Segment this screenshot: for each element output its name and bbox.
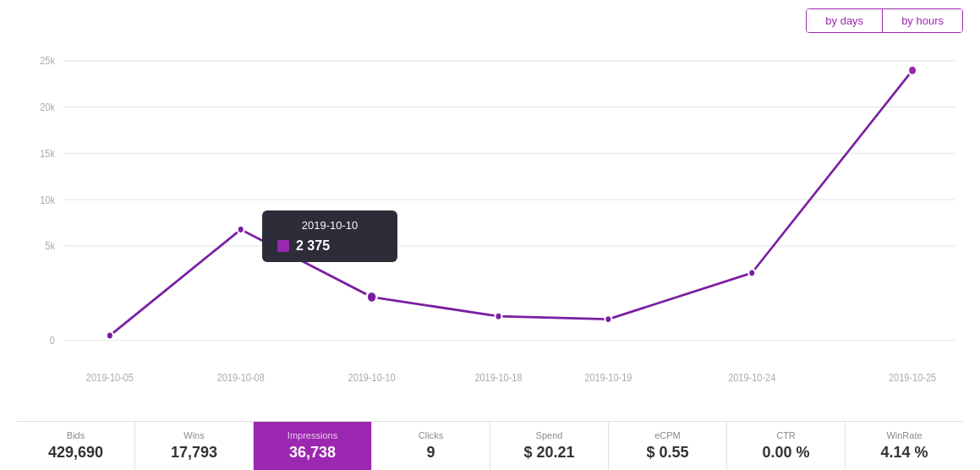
svg-point-22 [495, 313, 501, 320]
stat-item-ecpm[interactable]: eCPM$ 0.55 [609, 422, 727, 470]
svg-point-26 [367, 292, 377, 303]
line-chart: 25k 20k 15k 10k 5k 0 2019-10-05 2019-10-… [17, 41, 963, 418]
svg-text:25k: 25k [40, 55, 55, 67]
svg-text:2019-10-05: 2019-10-05 [86, 371, 134, 383]
stat-value: $ 20.21 [495, 444, 603, 462]
stat-label: eCPM [614, 430, 721, 440]
svg-point-19 [107, 331, 113, 339]
stat-value: 9 [377, 444, 485, 462]
svg-text:2019-10-18: 2019-10-18 [474, 371, 523, 383]
svg-text:5k: 5k [45, 240, 55, 252]
stat-item-bids[interactable]: Bids429,690 [17, 422, 135, 470]
stat-value: 429,690 [22, 444, 129, 462]
main-container: by days by hours 25k 20k 15k 10k 5k 0 20… [0, 0, 980, 470]
stat-label: Clicks [377, 430, 485, 440]
svg-point-20 [238, 226, 244, 233]
stat-item-winrate[interactable]: WinRate4.14 % [846, 422, 963, 470]
by-hours-button[interactable]: by hours [883, 9, 962, 32]
stat-label: Wins [140, 430, 248, 440]
svg-point-25 [908, 66, 917, 75]
stat-item-wins[interactable]: Wins17,793 [135, 422, 254, 470]
stat-value: $ 0.55 [614, 444, 721, 462]
stat-label: Impressions [259, 430, 366, 440]
svg-text:10k: 10k [40, 194, 55, 205]
chart-area: 25k 20k 15k 10k 5k 0 2019-10-05 2019-10-… [17, 41, 963, 418]
stat-value: 17,793 [140, 444, 248, 462]
svg-text:2019-10-10: 2019-10-10 [348, 371, 397, 383]
stat-label: Bids [22, 430, 129, 440]
by-days-button[interactable]: by days [807, 9, 883, 32]
top-controls: by days by hours [17, 8, 963, 33]
svg-point-24 [748, 269, 755, 276]
stat-value: 0.00 % [732, 444, 840, 462]
svg-text:2019-10-24: 2019-10-24 [728, 371, 776, 383]
svg-point-23 [605, 315, 611, 323]
svg-text:2019-10-19: 2019-10-19 [584, 371, 632, 383]
stat-label: CTR [732, 430, 840, 440]
stat-value: 36,738 [259, 444, 366, 462]
stats-bar: Bids429,690Wins17,793Impressions36,738Cl… [17, 421, 963, 470]
view-toggle-group: by days by hours [806, 8, 963, 33]
stat-item-clicks[interactable]: Clicks9 [372, 422, 490, 470]
svg-text:2019-10-08: 2019-10-08 [217, 371, 266, 383]
stat-label: WinRate [851, 430, 958, 440]
svg-text:20k: 20k [40, 101, 55, 112]
stat-value: 4.14 % [851, 444, 958, 462]
svg-text:0: 0 [50, 335, 56, 347]
stat-item-ctr[interactable]: CTR0.00 % [727, 422, 846, 470]
svg-text:2019-10-25: 2019-10-25 [889, 371, 937, 383]
svg-text:15k: 15k [40, 147, 55, 159]
stat-item-spend[interactable]: Spend$ 20.21 [490, 422, 609, 470]
stat-label: Spend [495, 430, 603, 440]
stat-item-impressions[interactable]: Impressions36,738 [254, 422, 372, 470]
